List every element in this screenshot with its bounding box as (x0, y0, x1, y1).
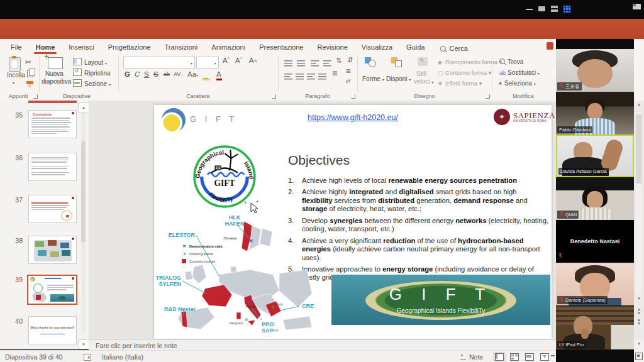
paste-icon[interactable] (9, 57, 21, 72)
layout-button[interactable]: Layout ▾ (73, 58, 107, 66)
share-button-partial[interactable] (547, 42, 553, 50)
font-size-select[interactable]: ▾ (196, 57, 219, 69)
increase-indent-icon[interactable] (323, 58, 331, 69)
shrink-font-button[interactable]: A˅ (235, 57, 242, 64)
replace-button[interactable]: abSostituisci ▾ (499, 69, 540, 76)
view-normal-button[interactable] (493, 352, 506, 361)
current-slide[interactable]: G I F T https://www.gift-h2020.eu/ ✦ SAP… (154, 105, 552, 339)
speaker-view-icon[interactable] (551, 6, 558, 12)
reset-button[interactable]: Ripristina (73, 69, 111, 77)
participant-tile-1[interactable]: 三京春 (556, 49, 634, 92)
tab-presentazione[interactable]: Presentazione (252, 41, 310, 54)
align-left-icon[interactable] (284, 71, 292, 82)
previous-slide-button[interactable]: ▲▲ (635, 308, 643, 314)
thumbnails-scroll-down[interactable]: ▼ (78, 339, 89, 349)
conference-app-bar (0, 0, 644, 19)
tab-animazioni[interactable]: Animazioni (204, 41, 252, 54)
bullet-list-icon[interactable] (284, 58, 292, 69)
bold-button[interactable]: G (125, 70, 130, 78)
shapes-icon[interactable] (365, 57, 376, 67)
copy-icon[interactable] (27, 70, 33, 77)
new-slide-button-line2[interactable]: diapositiva ▾ (42, 78, 75, 85)
slide-thumbnail-35[interactable]: Conclusions (28, 110, 77, 138)
notes-toggle-button[interactable]: Note (460, 353, 483, 361)
grow-font-button[interactable]: A˄ (223, 57, 230, 64)
vertical-scrollbar-thumb[interactable] (636, 114, 641, 184)
underline-button[interactable]: S (144, 70, 149, 78)
slide-thumbnail-37[interactable] (28, 195, 77, 223)
gallery-view-icon[interactable] (564, 5, 571, 13)
tab-visualizza[interactable]: Visualizza (355, 41, 399, 54)
columns-icon[interactable]: ▥ (332, 70, 338, 76)
strikethrough-button[interactable]: S (153, 70, 158, 78)
participant-tile-3[interactable]: Davide Astiaso Garcia (556, 134, 634, 177)
participant-tile-5[interactable]: Benedetto Nastasi (556, 220, 634, 263)
layout-icon[interactable] (633, 4, 641, 9)
new-slide-button[interactable]: Nuova (45, 70, 64, 77)
thumbnails-scroll-up[interactable]: ▲ (78, 102, 89, 112)
search-command-box[interactable]: Cerca (440, 45, 467, 52)
format-painter-icon[interactable] (26, 81, 33, 84)
appunti-dialog-launcher[interactable] (33, 94, 38, 99)
slide-thumbnail-38[interactable] (28, 236, 77, 264)
tab-transizioni[interactable]: Transizioni (158, 41, 205, 54)
slide-thumbnail-40[interactable]: Many thanks for your attention!! (28, 316, 77, 344)
disegno-dialog-launcher[interactable] (486, 94, 490, 99)
participant-tile-2[interactable]: Pablo Gándara (556, 92, 634, 134)
decrease-indent-icon[interactable] (311, 58, 319, 69)
cut-icon[interactable]: ✂ (25, 58, 31, 67)
paste-button[interactable]: Incolla (7, 72, 25, 79)
numbered-list-icon[interactable] (297, 58, 305, 69)
scroll-down-button[interactable]: ▼ (635, 297, 643, 300)
paste-caret-icon[interactable]: ▾ (13, 80, 14, 85)
tab-inserisci[interactable]: Inserisci (62, 41, 101, 54)
arrange-button[interactable]: Disponi ▾ (386, 75, 411, 82)
highlight-color-button[interactable] (203, 72, 210, 78)
carattere-dialog-launcher[interactable] (272, 94, 276, 99)
participant-tile-7[interactable]: LY iPad Pro (556, 306, 634, 349)
view-slideshow-button[interactable] (538, 352, 551, 361)
font-color-button[interactable]: A (216, 70, 221, 78)
tab-progettazione[interactable]: Progettazione (101, 41, 158, 54)
spellcheck-icon[interactable] (84, 354, 91, 361)
section-button[interactable]: Sezione ▾ (73, 79, 111, 87)
thumbnails-scrollbar-thumb[interactable] (81, 141, 86, 242)
tab-revisione[interactable]: Revisione (310, 41, 354, 54)
paragrafo-dialog-launcher[interactable] (351, 94, 355, 99)
notes-scroll-up[interactable]: ▲ (635, 341, 643, 345)
italic-button[interactable]: C (135, 70, 140, 78)
clear-formatting-button[interactable]: A✎ (249, 57, 258, 64)
slide-thumbnail-36[interactable] (28, 153, 77, 181)
participant-tile-6[interactable]: Daniele (Sapienza) (556, 263, 634, 305)
character-spacing-button[interactable]: AV↔ (174, 71, 184, 77)
maximize-icon[interactable] (538, 6, 545, 11)
gift-website-link[interactable]: https://www.gift-h2020.eu/ (154, 113, 552, 122)
arrange-icon[interactable] (391, 57, 402, 67)
font-name-select[interactable]: ▾ (123, 57, 195, 69)
subscript-button[interactable]: ab (164, 71, 170, 77)
next-slide-button[interactable]: ▼▼ (635, 319, 643, 326)
new-slide-icon[interactable] (48, 57, 63, 69)
shapes-button[interactable]: Forme ▾ (362, 75, 384, 82)
text-direction-icon[interactable]: ⇵ (347, 56, 353, 64)
change-case-button[interactable]: Aa▾ (187, 70, 198, 78)
line-spacing-icon[interactable]: ⇅ (336, 57, 341, 65)
participant-tile-4[interactable]: QIAN (556, 177, 634, 220)
tab-file[interactable]: File (4, 41, 29, 54)
scroll-up-button[interactable]: ▲ (635, 102, 643, 106)
select-button[interactable]: Seleziona ▾ (499, 80, 536, 87)
slide-thumbnail-39[interactable] (27, 275, 77, 305)
find-button[interactable]: Trova (499, 58, 523, 65)
align-center-icon[interactable] (296, 71, 304, 82)
minimize-icon[interactable] (526, 9, 533, 10)
zoom-out-button[interactable] (551, 355, 555, 356)
view-reading-button[interactable] (523, 352, 536, 361)
view-sorter-button[interactable] (508, 352, 521, 361)
tab-guida[interactable]: Guida (399, 41, 431, 54)
align-text-icon[interactable]: ⊞ (346, 68, 351, 74)
justify-icon[interactable] (318, 71, 326, 82)
smartart-icon[interactable]: ⇄ (346, 78, 351, 84)
language-indicator[interactable]: Italiano (Italia) (102, 353, 143, 361)
fit-slide-to-window-button[interactable] (635, 353, 643, 360)
align-right-icon[interactable] (307, 71, 315, 82)
